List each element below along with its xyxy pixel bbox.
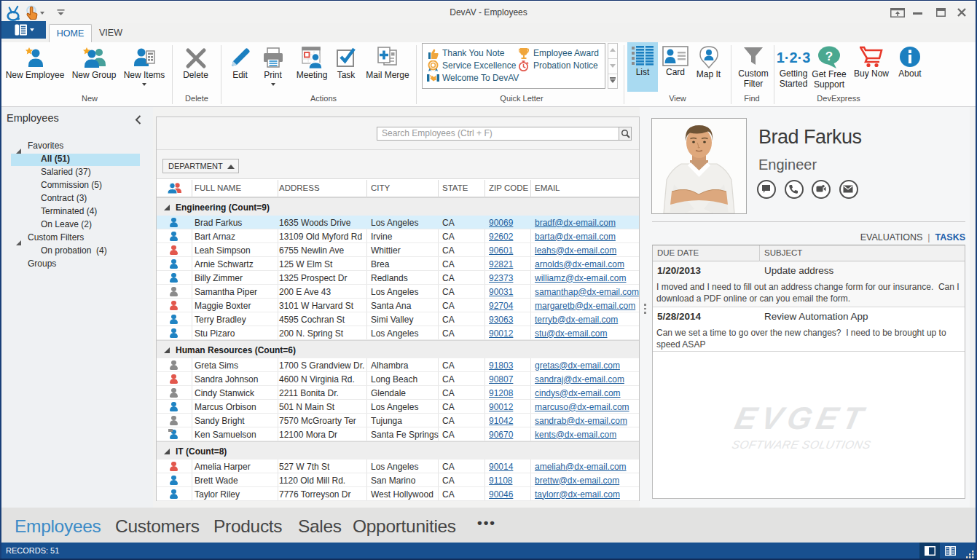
svg-text:1·2·3: 1·2·3	[777, 50, 811, 66]
svg-text:?: ?	[825, 50, 832, 63]
